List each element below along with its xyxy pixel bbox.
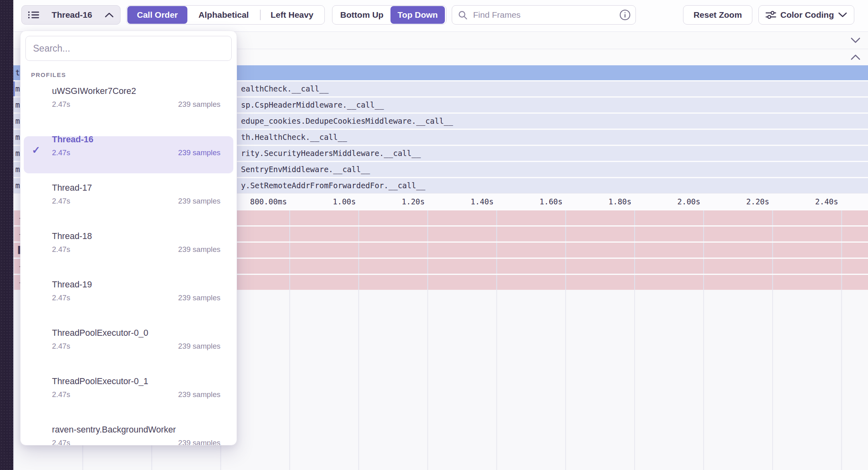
frame-label: rity.SecurityHeadersMiddleware.__call__ [241,146,421,161]
sort-order-segmented-control: Call Order Alphabetical Left Heavy [126,5,325,25]
profile-duration: 2.47s [52,197,70,206]
chevron-down-icon[interactable] [850,37,861,44]
profiles-item-list: uWSGIWorker7Core2 2.47s 239 samples ✓ Th… [21,86,237,445]
profile-duration: 2.47s [52,100,70,109]
profiles-search-input[interactable] [25,36,232,61]
frame-label: y.SetRemoteAddrFromForwardedFor.__call__ [241,178,426,193]
profile-duration: 2.47s [52,148,70,157]
frame-label: edupe_cookies.DedupeCookiesMiddleware.__… [241,114,453,129]
profile-duration: 2.47s [52,439,70,445]
axis-tick-label: 1.60s [540,193,563,210]
profile-duration: 2.47s [52,245,70,254]
profile-item-selected[interactable]: ✓ Thread-16 2.47s 239 samples [21,135,237,175]
frame-text-sliver: t [15,65,20,80]
axis-tick-label: 1.80s [608,193,631,210]
profile-duration: 2.47s [52,293,70,302]
color-coding-label: Color Coding [781,10,834,20]
call-order-button[interactable]: Call Order [127,6,187,24]
frame-label: ealthCheck.__call__ [241,81,328,96]
frame-text-sliver: m [15,130,20,145]
profile-samples: 239 samples [178,342,220,351]
profile-samples: 239 samples [178,100,220,109]
top-down-button[interactable]: Top Down [390,6,445,24]
profile-name: Thread-17 [52,183,220,193]
chevron-up-icon[interactable] [850,54,861,60]
find-frames-input[interactable] [452,5,636,25]
thread-selector-label: Thread-16 [52,10,92,20]
frame-text-sliver: m [15,178,20,193]
frame-text-sliver: m [15,114,20,129]
profile-samples: 239 samples [178,439,220,445]
chevron-down-icon [838,12,847,18]
profile-name: uWSGIWorker7Core2 [52,86,220,96]
reset-zoom-button[interactable]: Reset Zoom [683,5,752,25]
profile-samples: 239 samples [178,390,220,399]
profile-item[interactable]: Thread-17 2.47s 239 samples [21,183,237,223]
axis-tick-label: 1.20s [402,193,425,210]
axis-tick-label: 800.00ms [250,193,287,210]
chevron-up-icon [105,12,114,18]
find-frames-field [452,5,636,25]
profile-duration: 2.47s [52,390,70,399]
info-icon[interactable] [619,9,631,21]
profile-name: ThreadPoolExecutor-0_0 [52,328,220,338]
color-coding-button[interactable]: Color Coding [758,5,854,25]
axis-tick-label: 2.40s [815,193,838,210]
frame-label: SentryEnvMiddleware.__call__ [241,162,370,177]
axis-tick-label: 2.00s [677,193,700,210]
axis-tick-label: 1.40s [471,193,494,210]
profile-name: Thread-19 [52,280,220,290]
profile-item[interactable]: ThreadPoolExecutor-0_0 2.47s 239 samples [21,328,237,368]
frame-text-sliver: m [15,162,20,177]
profile-item[interactable]: ThreadPoolExecutor-0_1 2.47s 239 samples [21,376,237,417]
direction-segmented-control: Bottom Up Top Down [332,5,446,25]
profiles-search-field [25,36,232,61]
app-sidebar-strip [0,0,13,470]
profile-name: raven-sentry.BackgroundWorker [52,425,220,435]
reset-zoom-label: Reset Zoom [694,10,742,20]
frame-text-sliver: m [15,98,20,112]
profile-name: Thread-18 [52,231,220,241]
bottom-up-button[interactable]: Bottom Up [333,6,390,24]
sliders-icon [766,10,776,19]
profiler-toolbar: Thread-16 Call Order Alphabetical Left H… [13,0,868,31]
profile-duration: 2.47s [52,342,70,351]
profile-samples: 239 samples [178,293,220,302]
profile-item[interactable]: raven-sentry.BackgroundWorker 2.47s 239 … [21,425,237,445]
thread-list-icon [28,10,39,19]
profile-item[interactable]: Thread-18 2.47s 239 samples [21,231,237,272]
profile-samples: 239 samples [178,148,220,157]
frame-text-sliver: m [15,146,20,161]
profile-samples: 239 samples [178,245,220,254]
axis-tick-label: 1.00s [333,193,356,210]
axis-tick-label: 2.20s [746,193,769,210]
profile-name: Thread-16 [52,135,220,145]
frame-text-sliver: m [15,81,20,96]
profile-item[interactable]: Thread-19 2.47s 239 samples [21,280,237,320]
profile-name: ThreadPoolExecutor-0_1 [52,376,220,387]
thread-selector-button[interactable]: Thread-16 [21,5,120,25]
alphabetical-button[interactable]: Alphabetical [187,6,260,24]
viewport-accent-strip [13,81,15,96]
profile-item[interactable]: uWSGIWorker7Core2 2.47s 239 samples [21,86,237,127]
frame-label: sp.CspHeaderMiddleware.__call__ [241,98,384,112]
checkmark-icon: ✓ [32,144,40,156]
profile-samples: 239 samples [178,197,220,206]
search-icon [458,10,468,20]
frame-label: th.HealthCheck.__call__ [241,130,347,145]
profiles-section-label: PROFILES [31,71,237,78]
profiles-dropdown-panel: PROFILES uWSGIWorker7Core2 2.47s 239 sam… [20,31,237,445]
left-heavy-button[interactable]: Left Heavy [261,6,324,24]
